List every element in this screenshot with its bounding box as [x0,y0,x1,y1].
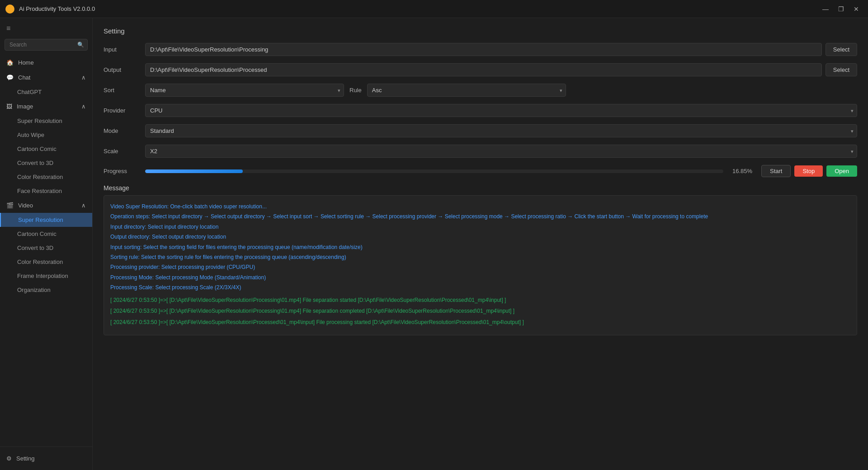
titlebar: Ai Productivity Tools V2.0.0.0 — ❐ ✕ [0,0,868,18]
video-chevron-icon: ∧ [81,202,86,209]
home-icon: 🏠 [6,59,14,66]
input-wrap: Select [145,43,857,56]
message-section: Message Video Super Resolution: One-clic… [104,184,857,335]
search-input[interactable] [5,39,88,51]
image-icon: 🖼 [6,103,12,110]
sidebar-item-image-super-resolution[interactable]: Super Resolution [0,114,92,128]
section-title: Setting [104,27,857,35]
output-field[interactable] [145,63,822,76]
hamburger-button[interactable]: ≡ [0,21,92,36]
msg-green-0: [ 2024/6/27 0:53:50 ]=>[ [D:\Apt\File\Vi… [110,295,850,306]
sidebar-group-video[interactable]: 🎬 Video ∧ [0,198,92,213]
provider-select[interactable]: CPU GPU [145,104,857,117]
video-label: Video [18,202,33,209]
output-row: Output Select [104,63,857,76]
progress-bar-wrap [145,169,723,173]
chatgpt-label: ChatGPT [17,89,42,95]
progress-bar-fill [145,169,243,173]
search-icon: 🔍 [77,42,84,48]
sidebar-item-video-cartoon-comic[interactable]: Cartoon Comic [0,227,92,241]
app-body: ≡ 🔍 🏠 Home 💬 Chat ∧ ChatGPT [0,18,868,470]
home-label: Home [18,59,34,66]
chat-icon: 💬 [6,74,14,81]
sidebar-item-image-cartoon-comic[interactable]: Cartoon Comic [0,142,92,156]
provider-row: Provider CPU GPU [104,104,857,117]
close-button[interactable]: ✕ [850,3,863,15]
output-label: Output [104,66,140,73]
msg-line-0: Video Super Resolution: One-click batch … [110,202,850,211]
app-icon [5,5,14,14]
sidebar-item-home[interactable]: 🏠 Home [0,55,92,70]
sidebar-item-auto-wipe[interactable]: Auto Wipe [0,128,92,142]
sidebar-item-video-convert-3d[interactable]: Convert to 3D [0,241,92,255]
video-icon: 🎬 [6,202,14,209]
restore-button[interactable]: ❐ [835,3,847,15]
message-box: Video Super Resolution: One-click batch … [104,195,857,335]
sidebar: ≡ 🔍 🏠 Home 💬 Chat ∧ ChatGPT [0,18,93,470]
message-blue-lines: Video Super Resolution: One-click batch … [110,202,850,292]
msg-green-2: [ 2024/6/27 0:53:50 ]=>[ [D:\Apt\File\Vi… [110,317,850,328]
stop-button[interactable]: Stop [794,165,823,177]
progress-row: Progress 16.85% Start Stop Open [104,165,857,177]
titlebar-controls: — ❐ ✕ [819,3,863,15]
mode-select[interactable]: Standard Animation [145,124,857,137]
sidebar-group-image[interactable]: 🖼 Image ∧ [0,99,92,114]
chat-label: Chat [18,74,30,81]
sort-row: Sort Name Date Modified Size Rule Asc De… [104,84,857,97]
mode-row: Mode Standard Animation [104,124,857,137]
progress-label: Progress [104,168,140,174]
progress-actions: Start Stop Open [761,165,857,177]
scale-select[interactable]: X2 X3 X4 [145,145,857,158]
msg-line-3: Output directory: Select output director… [110,232,850,241]
scale-row: Scale X2 X3 X4 [104,145,857,158]
sidebar-group-chat[interactable]: 💬 Chat ∧ [0,70,92,85]
provider-select-wrap: CPU GPU [145,104,857,117]
scale-select-wrap: X2 X3 X4 [145,145,857,158]
image-chevron-icon: ∧ [81,103,86,110]
progress-pct: 16.85% [729,168,756,174]
sort-select-wrap: Name Date Modified Size Rule Asc Desc [145,84,857,97]
sort-select-wrap-inner: Name Date Modified Size [145,84,344,97]
msg-green-1: [ 2024/6/27 0:53:50 ]=>[ [D:\Apt\File\Vi… [110,306,850,316]
sidebar-item-image-face-restoration[interactable]: Face Restoration [0,184,92,198]
msg-line-1: Operation steps: Select input directory … [110,212,850,221]
sidebar-nav: 🏠 Home 💬 Chat ∧ ChatGPT 🖼 Image ∧ [0,53,92,446]
sidebar-item-image-convert-3d[interactable]: Convert to 3D [0,156,92,170]
sidebar-item-video-super-resolution[interactable]: Super Resolution [0,213,92,227]
mode-select-wrap: Standard Animation [145,124,857,137]
output-wrap: Select [145,63,857,76]
sidebar-item-chatgpt[interactable]: ChatGPT [0,85,92,99]
sidebar-item-video-color-restoration[interactable]: Color Restoration [0,255,92,269]
sidebar-item-organization[interactable]: Organization [0,283,92,297]
setting-icon: ⚙ [6,455,12,462]
msg-line-4: Input sorting: Select the sorting field … [110,243,850,252]
sidebar-bottom: ⚙ Setting [0,446,92,470]
rule-label: Rule [349,87,362,94]
sidebar-item-setting[interactable]: ⚙ Setting [6,451,86,465]
input-select-button[interactable]: Select [826,43,857,56]
app-title: Ai Productivity Tools V2.0.0.0 [19,5,95,12]
msg-line-6: Processing provider: Select processing p… [110,263,850,272]
provider-label: Provider [104,107,140,114]
input-row: Input Select [104,43,857,56]
sidebar-item-image-color-restoration[interactable]: Color Restoration [0,170,92,184]
msg-line-5: Sorting rule: Select the sorting rule fo… [110,253,850,262]
sort-select[interactable]: Name Date Modified Size [145,84,344,97]
mode-label: Mode [104,127,140,134]
sidebar-item-frame-interpolation[interactable]: Frame Interpolation [0,269,92,283]
sort-label: Sort [104,87,140,94]
message-title: Message [104,184,857,192]
rule-select-wrap: Asc Desc [367,84,566,97]
msg-line-7: Processing Mode: Select processing Mode … [110,273,850,282]
msg-line-8: Processing Scale: Select processing Scal… [110,283,850,292]
start-button[interactable]: Start [761,165,791,177]
output-select-button[interactable]: Select [826,63,857,76]
minimize-button[interactable]: — [819,3,832,15]
scale-label: Scale [104,148,140,155]
msg-line-2: Input directory: Select input directory … [110,222,850,231]
titlebar-left: Ai Productivity Tools V2.0.0.0 [5,5,95,14]
input-field[interactable] [145,43,822,56]
rule-select[interactable]: Asc Desc [367,84,566,97]
input-label: Input [104,46,140,53]
open-button[interactable]: Open [826,165,857,177]
